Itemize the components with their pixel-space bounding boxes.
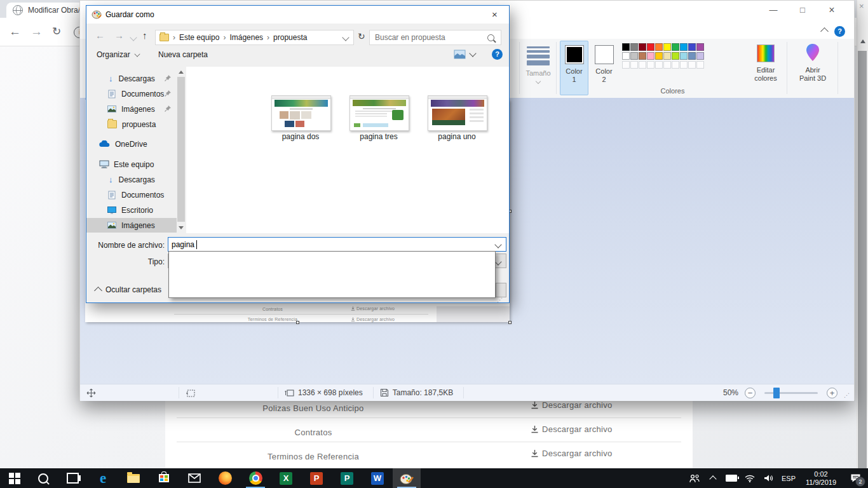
- maximize-button[interactable]: □: [788, 1, 817, 20]
- breadcrumb-bar[interactable]: › Este equipo › Imágenes › propuesta: [155, 30, 354, 45]
- breadcrumb-item[interactable]: propuesta: [271, 33, 309, 42]
- volume-icon[interactable]: [759, 468, 778, 488]
- nav-history-icon[interactable]: [131, 35, 136, 40]
- cancel-button-partial[interactable]: [496, 283, 506, 297]
- task-view-button[interactable]: [57, 468, 88, 488]
- canvas-resize-handle-corner[interactable]: [508, 321, 512, 324]
- download-link[interactable]: Descargar archivo: [531, 449, 613, 458]
- filename-dropdown-icon[interactable]: [496, 242, 501, 247]
- sidebar-item-propuesta[interactable]: propuesta: [86, 117, 177, 132]
- download-link[interactable]: Descargar archivo: [531, 400, 613, 410]
- people-icon[interactable]: [685, 468, 704, 488]
- taskbar-word-button[interactable]: W: [362, 468, 393, 488]
- palette-swatch[interactable]: [696, 43, 704, 51]
- palette-swatch[interactable]: [622, 43, 630, 51]
- hidden-icons-chevron[interactable]: [704, 468, 722, 488]
- sidebar-item-escritorio[interactable]: Escritorio: [86, 203, 177, 217]
- start-button[interactable]: [0, 468, 29, 488]
- scroll-up-icon[interactable]: [860, 39, 865, 43]
- hide-folders-button[interactable]: Ocultar carpetas: [95, 285, 161, 294]
- nav-up-icon[interactable]: ↑: [142, 30, 147, 41]
- browser-back-icon[interactable]: ←: [9, 18, 21, 46]
- collapse-ribbon-icon[interactable]: [822, 29, 827, 34]
- palette-swatch[interactable]: [688, 43, 696, 51]
- browser-reload-icon[interactable]: ↻: [52, 18, 61, 46]
- taskbar-mail-button[interactable]: [179, 468, 210, 488]
- zoom-in-button[interactable]: +: [827, 388, 837, 398]
- battery-icon[interactable]: [722, 468, 741, 488]
- zoom-slider-thumb[interactable]: [773, 388, 780, 398]
- palette-swatch[interactable]: [655, 52, 663, 60]
- scroll-down-icon[interactable]: [179, 226, 184, 229]
- organize-menu[interactable]: Organizar: [97, 50, 140, 59]
- canvas-resize-handle-bottom[interactable]: [296, 321, 299, 324]
- taskbar-store-button[interactable]: [149, 468, 179, 488]
- view-options[interactable]: [454, 50, 475, 59]
- palette-swatch[interactable]: [639, 43, 646, 51]
- dialog-help-icon[interactable]: ?: [492, 49, 503, 60]
- size-button[interactable]: Tamaño: [523, 41, 553, 95]
- taskbar-publisher-button[interactable]: P: [332, 468, 362, 488]
- zoom-slider[interactable]: [764, 392, 818, 394]
- palette-swatch[interactable]: [680, 52, 688, 60]
- file-item[interactable]: pagina tres: [341, 95, 417, 141]
- search-input[interactable]: [374, 32, 487, 43]
- file-item[interactable]: pagina dos: [262, 95, 339, 141]
- palette-swatch[interactable]: [647, 52, 654, 60]
- palette-swatch[interactable]: [622, 52, 630, 60]
- breadcrumb-item[interactable]: Este equipo: [177, 33, 222, 42]
- filename-suggestions-panel[interactable]: [168, 251, 496, 298]
- taskbar-excel-button[interactable]: X: [271, 468, 301, 488]
- sidebar-item-documentos[interactable]: Documentos: [86, 86, 177, 101]
- palette-swatch[interactable]: [655, 43, 663, 51]
- taskbar-explorer-button[interactable]: [118, 468, 149, 488]
- taskbar-paint-button[interactable]: [393, 468, 421, 488]
- palette-swatch[interactable]: [639, 52, 646, 60]
- palette-swatch[interactable]: [672, 52, 679, 60]
- file-item[interactable]: pagina uno: [419, 95, 495, 141]
- palette-swatch[interactable]: [630, 52, 638, 60]
- breadcrumb-dropdown-icon[interactable]: [343, 35, 348, 40]
- search-box[interactable]: [369, 30, 501, 45]
- open-paint3d-button[interactable]: AbrirPaint 3D: [790, 41, 835, 95]
- close-button[interactable]: ×: [817, 1, 846, 20]
- download-link[interactable]: Descargar archivo: [531, 424, 613, 434]
- sidebar-item-imagenes[interactable]: Imágenes: [86, 102, 177, 116]
- taskbar-search-button[interactable]: [29, 468, 57, 488]
- filename-input[interactable]: pagina: [168, 237, 506, 252]
- notification-center-button[interactable]: 2: [843, 468, 868, 488]
- palette-swatch[interactable]: [663, 43, 671, 51]
- wifi-icon[interactable]: [741, 468, 759, 488]
- dialog-resize-grip[interactable]: ⋰: [497, 297, 503, 303]
- browser-forward-icon[interactable]: →: [31, 18, 43, 46]
- taskbar-firefox-button[interactable]: [210, 468, 240, 488]
- sidebar-item-este-equipo[interactable]: Este equipo: [86, 157, 177, 172]
- breadcrumb-item[interactable]: Imágenes: [227, 33, 266, 42]
- tree-scrollbar-thumb[interactable]: [177, 77, 185, 222]
- dialog-close-button[interactable]: ×: [480, 6, 509, 24]
- browser-scrollbar-thumb[interactable]: [858, 51, 867, 468]
- palette-swatch[interactable]: [663, 52, 671, 60]
- palette-swatch[interactable]: [688, 52, 696, 60]
- resize-grip[interactable]: ⋰: [844, 392, 850, 398]
- new-folder-button[interactable]: Nueva carpeta: [158, 50, 208, 59]
- sidebar-item-descargas[interactable]: ↓ Descargas: [86, 71, 177, 86]
- clock[interactable]: 0:0211/9/2019: [799, 468, 843, 488]
- sidebar-item-documentos-2[interactable]: Documentos: [86, 187, 177, 202]
- language-indicator[interactable]: ESP: [778, 468, 799, 488]
- taskbar-chrome-button[interactable]: [240, 468, 271, 488]
- sidebar-item-imagenes-2[interactable]: Imágenes: [86, 218, 177, 233]
- palette-swatch[interactable]: [672, 43, 679, 51]
- tree-scrollbar[interactable]: [177, 67, 186, 233]
- palette-swatch[interactable]: [696, 52, 704, 60]
- paint-help-icon[interactable]: ?: [834, 26, 845, 37]
- filetype-dropdown-icon[interactable]: [496, 259, 501, 264]
- palette-swatch[interactable]: [647, 43, 654, 51]
- sidebar-item-descargas-2[interactable]: ↓ Descargas: [86, 172, 177, 187]
- palette-swatch[interactable]: [680, 43, 688, 51]
- taskbar-powerpoint-button[interactable]: P: [301, 468, 332, 488]
- nav-forward-icon[interactable]: →: [114, 30, 124, 41]
- scroll-up-icon[interactable]: [179, 71, 184, 74]
- nav-back-icon[interactable]: ←: [95, 30, 105, 41]
- taskbar-edge-button[interactable]: e: [88, 468, 118, 488]
